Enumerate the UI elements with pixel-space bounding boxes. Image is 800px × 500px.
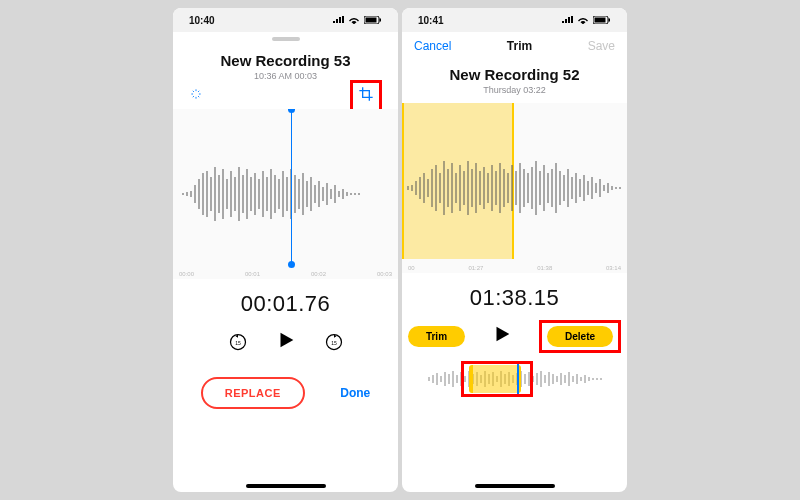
crop-highlight xyxy=(350,80,382,112)
play-button[interactable] xyxy=(491,323,513,349)
svg-text:15: 15 xyxy=(235,340,241,346)
current-time: 00:01.76 xyxy=(173,279,398,325)
svg-text:15: 15 xyxy=(331,340,337,346)
delete-button[interactable]: Delete xyxy=(547,326,613,347)
svg-rect-54 xyxy=(609,19,611,22)
skip-back-15-button[interactable]: 15 xyxy=(227,331,249,353)
delete-highlight: Delete xyxy=(539,320,621,353)
status-indicators xyxy=(332,16,382,24)
play-button[interactable] xyxy=(275,329,297,355)
recording-title[interactable]: New Recording 52 xyxy=(402,66,627,83)
skip-forward-15-button[interactable]: 15 xyxy=(323,331,345,353)
save-button: Save xyxy=(588,39,615,53)
waveform-area[interactable]: 00 01:27 01:38 03:14 xyxy=(402,103,627,273)
playhead[interactable] xyxy=(291,109,292,265)
waveform-area[interactable]: 00:00 00:01 00:02 00:03 xyxy=(173,109,398,279)
status-time: 10:40 xyxy=(189,15,215,26)
svg-rect-53 xyxy=(595,18,606,23)
home-indicator[interactable] xyxy=(475,484,555,488)
phone-right: 10:41 Cancel Trim Save New Recording 52 … xyxy=(402,8,627,492)
time-ticks: 00:00 00:01 00:02 00:03 xyxy=(173,271,398,277)
trim-button[interactable]: Trim xyxy=(408,326,465,347)
scrubber-highlight xyxy=(461,361,533,397)
svg-rect-1 xyxy=(366,18,377,23)
replace-button[interactable]: REPLACE xyxy=(201,377,305,409)
overview-scrubber[interactable] xyxy=(425,359,605,399)
enhance-icon[interactable] xyxy=(189,87,203,105)
recording-subtitle: Thursday 03:22 xyxy=(402,85,627,95)
cancel-button[interactable]: Cancel xyxy=(414,39,451,53)
nav-bar: Cancel Trim Save xyxy=(402,32,627,60)
status-bar: 10:40 xyxy=(173,8,398,32)
crop-icon[interactable] xyxy=(358,88,374,105)
phone-left: 10:40 New Recording 53 10:36 AM 00:03 xyxy=(173,8,398,492)
svg-rect-2 xyxy=(380,19,382,22)
status-time: 10:41 xyxy=(418,15,444,26)
nav-title: Trim xyxy=(507,39,532,53)
current-time: 01:38.15 xyxy=(402,273,627,319)
home-indicator[interactable] xyxy=(246,484,326,488)
done-button[interactable]: Done xyxy=(340,386,370,400)
status-indicators xyxy=(561,16,611,24)
recording-title[interactable]: New Recording 53 xyxy=(173,52,398,69)
sheet-grabber[interactable] xyxy=(173,32,398,46)
status-bar: 10:41 xyxy=(402,8,627,32)
time-ticks: 00 01:27 01:38 03:14 xyxy=(402,265,627,271)
